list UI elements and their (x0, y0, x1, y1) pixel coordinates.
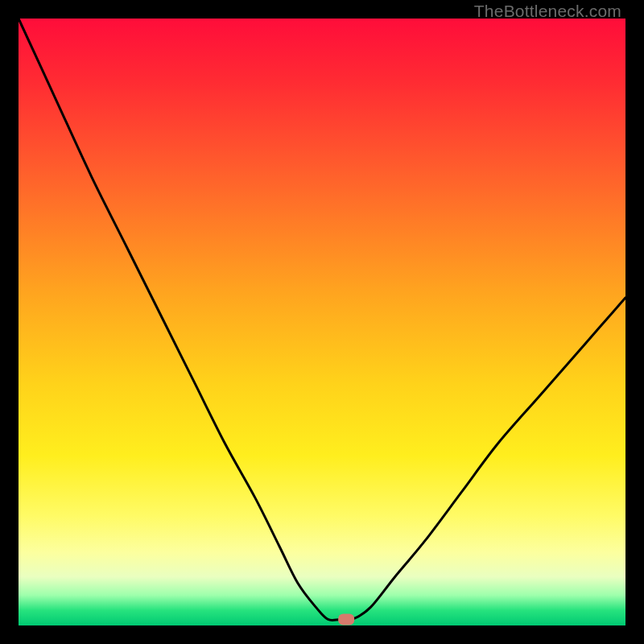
chart-frame: TheBottleneck.com (0, 0, 644, 644)
watermark-text: TheBottleneck.com (474, 2, 621, 21)
plot-area (19, 19, 625, 625)
bottleneck-curve (19, 19, 625, 621)
optimal-marker (338, 613, 354, 625)
curve-svg (19, 19, 625, 625)
